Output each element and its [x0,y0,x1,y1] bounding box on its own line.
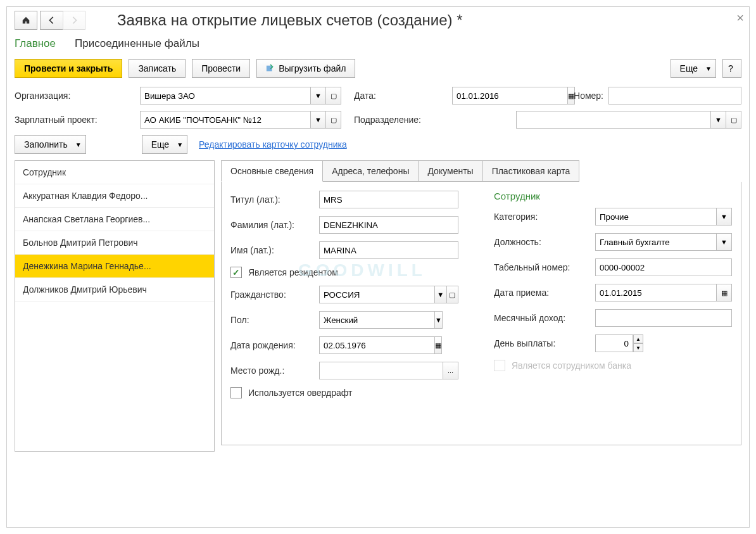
dept-open[interactable]: ▢ [726,111,741,129]
edit-card-link[interactable]: Редактировать карточку сотрудника [199,139,347,149]
category-input[interactable] [595,208,717,226]
hiredate-input[interactable] [595,284,717,302]
citizen-input[interactable] [319,286,435,303]
dept-label: Подразделение: [354,115,421,125]
overdraft-checkbox[interactable] [230,387,242,398]
help-button[interactable]: ? [722,59,741,78]
payday-input[interactable] [595,334,633,352]
position-input[interactable] [595,233,717,251]
employee-list-header[interactable]: Сотрудник [15,161,214,184]
payday-down[interactable]: ▼ [633,343,643,352]
export-icon [266,64,275,73]
page-title: Заявка на открытие лицевых счетов (созда… [117,11,463,29]
arrow-right-icon [70,16,79,25]
calendar-icon[interactable]: ▦ [435,336,442,354]
tab-addresses[interactable]: Адреса, телефоны [323,160,419,182]
chevron-down-icon: ▼ [177,141,183,148]
tabnum-input[interactable] [595,258,732,276]
payroll-open[interactable]: ▢ [326,111,341,129]
firstname-input[interactable] [319,241,458,259]
date-label: Дата: [354,91,376,101]
payroll-input[interactable] [140,111,311,129]
tab-main-info[interactable]: Основные сведения [221,160,323,182]
list-item[interactable]: Денежкина Марина Геннадье... [15,255,214,278]
title-input[interactable] [319,191,458,208]
close-icon[interactable]: × [736,11,744,25]
save-button[interactable]: Записать [129,59,186,78]
fill-button[interactable]: Заполнить ▼ [15,135,86,154]
position-dropdown[interactable]: ▼ [717,233,732,251]
employee-list: Сотрудник Аккуратная Клавдия Федоро...Ан… [15,160,215,452]
list-item[interactable]: Должников Дмитрий Юрьевич [15,278,214,302]
employee-section-heading: Сотрудник [494,191,732,201]
payroll-dropdown[interactable]: ▼ [311,111,326,129]
section-tab-files[interactable]: Присоединенные файлы [75,37,199,50]
home-icon [22,16,30,25]
number-input[interactable] [608,87,741,105]
section-tab-main[interactable]: Главное [15,37,56,50]
post-close-button[interactable]: Провести и закрыть [15,59,122,78]
post-button[interactable]: Провести [192,59,250,78]
citizen-dropdown[interactable]: ▼ [435,286,447,303]
lastname-input[interactable] [319,216,458,234]
calendar-icon[interactable]: ▦ [717,284,732,302]
more-button[interactable]: Еще ▼ [671,59,716,78]
tab-plastic-card[interactable]: Пластиковая карта [483,160,580,182]
arrow-left-icon [47,16,56,25]
category-dropdown[interactable]: ▼ [717,208,732,226]
number-label: Номер: [574,91,603,101]
tab-documents[interactable]: Документы [419,160,482,182]
back-button[interactable] [40,11,63,30]
payday-up[interactable]: ▲ [633,334,643,343]
resident-checkbox[interactable]: ✓ [230,267,242,278]
citizen-open[interactable]: ▢ [447,286,459,303]
sex-dropdown[interactable]: ▼ [435,311,443,329]
forward-button [63,11,85,30]
org-label: Организация: [15,91,135,101]
date-input[interactable] [452,87,568,105]
dept-input[interactable] [516,111,711,129]
home-button[interactable] [15,11,37,30]
org-open[interactable]: ▢ [326,87,341,105]
dept-dropdown[interactable]: ▼ [711,111,726,129]
export-button[interactable]: Выгрузить файл [256,59,355,78]
birthplace-input[interactable] [319,362,443,379]
sex-input[interactable] [319,311,435,329]
chevron-down-icon: ▼ [705,65,712,72]
more2-button[interactable]: Еще ▼ [142,135,187,154]
list-item[interactable]: Анапская Светлана Георгиев... [15,208,214,231]
list-item[interactable]: Больнов Дмитрий Петрович [15,231,214,255]
birthplace-open[interactable]: ... [443,362,458,379]
org-dropdown[interactable]: ▼ [311,87,326,105]
list-item[interactable]: Аккуратная Клавдия Федоро... [15,184,214,208]
income-input[interactable] [595,309,732,327]
payroll-label: Зарплатный проект: [15,115,135,125]
org-input[interactable] [140,87,311,105]
dob-input[interactable] [319,336,435,354]
bank-employee-checkbox [494,360,505,371]
chevron-down-icon: ▼ [75,141,82,148]
